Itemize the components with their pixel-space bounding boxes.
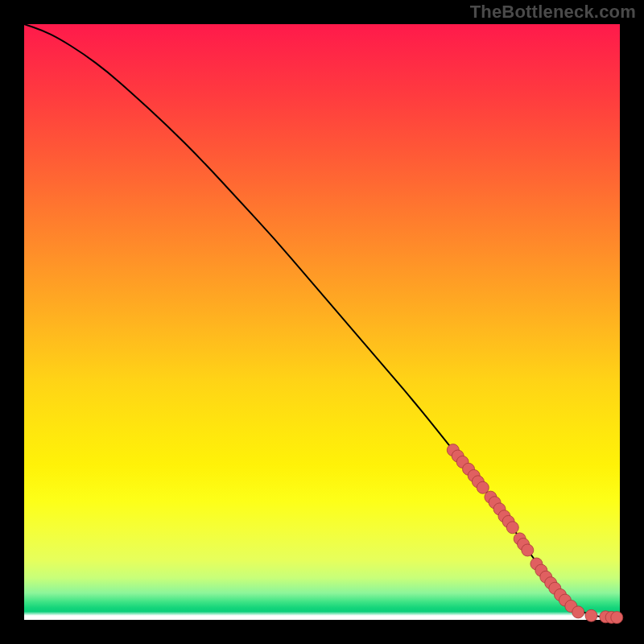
bottleneck-curve [24,24,620,617]
data-point [585,609,597,621]
curve-layer [24,24,620,620]
data-point [522,544,534,556]
scatter-dots [447,444,623,624]
plot-area [24,24,620,620]
data-point [477,481,489,493]
data-point [611,612,623,624]
chart-frame: TheBottleneck.com [0,0,644,644]
watermark-text: TheBottleneck.com [470,2,636,23]
data-point [572,606,584,618]
data-point [506,522,518,534]
